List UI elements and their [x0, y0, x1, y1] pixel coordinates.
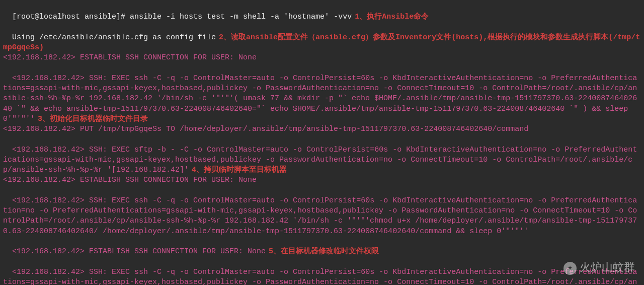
watermark-text: 火炉山蚊群 — [580, 261, 635, 276]
ssh-exec-3: <192.168.182.42> SSH: EXEC ssh -C -q -o … — [3, 268, 637, 286]
annotation-4: 4、拷贝临时脚本至目标机器 — [192, 166, 287, 174]
sftp-exec: <192.168.182.42> SSH: EXEC sftp -b - -C … — [3, 146, 637, 175]
terminal-output-establish-2: <192.168.182.42> ESTABLISH SSH CONNECTIO… — [3, 175, 641, 185]
ssh-exec-2: <192.168.182.42> SSH: EXEC ssh -C -q -o … — [3, 196, 637, 236]
terminal-output-sftp: <192.168.182.42> SSH: EXEC sftp -b - -C … — [3, 134, 641, 175]
annotation-3: 3、初始化目标机器临时文件目录 — [38, 115, 148, 123]
annotation-5: 5、在目标机器修改临时文件权限 — [269, 247, 379, 256]
terminal-output-ssh-2: <192.168.182.42> SSH: EXEC ssh -C -q -o … — [3, 186, 641, 237]
shell-prompt: [root@localhost ansible]# — [12, 13, 130, 21]
terminal-output-establish-1: <192.168.182.42> ESTABLISH SSH CONNECTIO… — [3, 53, 641, 63]
terminal-output-establish-3: <192.168.182.42> ESTABLISH SSH CONNECTIO… — [3, 237, 641, 257]
annotation-1: 1、执行Ansible命令 — [355, 13, 429, 21]
wechat-icon: ✦ — [564, 262, 577, 275]
terminal-output-ssh-1: <192.168.182.42> SSH: EXEC ssh -C -q -o … — [3, 63, 641, 125]
terminal-output-put: <192.168.182.42> PUT /tmp/tmpGgqeSs TO /… — [3, 124, 641, 134]
terminal-output-ssh-3: <192.168.182.42> SSH: EXEC ssh -C -q -o … — [3, 257, 641, 285]
config-text: Using /etc/ansible/ansible.cfg as config… — [12, 33, 216, 42]
establish-3: <192.168.182.42> ESTABLISH SSH CONNECTIO… — [12, 247, 266, 256]
command-text: ansible -i hosts test -m shell -a 'hostn… — [130, 13, 352, 21]
watermark: ✦ 火炉山蚊群 — [564, 261, 635, 276]
terminal-line-command: [root@localhost ansible]# ansible -i hos… — [3, 2, 641, 23]
terminal-line-config: Using /etc/ansible/ansible.cfg as config… — [3, 23, 641, 53]
